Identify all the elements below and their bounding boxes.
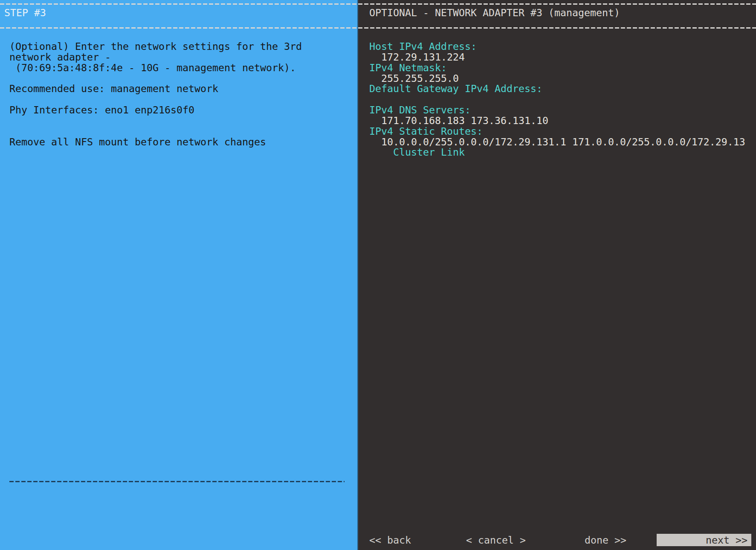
step-text-line: (Optional) Enter the network settings fo… (9, 41, 354, 52)
header-dashed-rule-top (0, 3, 357, 5)
step-text-line (9, 73, 354, 84)
step-panel-title: STEP #3 (4, 7, 46, 18)
step-text-line (9, 94, 354, 105)
done-button[interactable]: done >> (585, 534, 626, 546)
field-value[interactable]: 172.29.131.224 (369, 52, 756, 63)
network-fields: Host IPv4 Address: 172.29.131.224IPv4 Ne… (369, 41, 756, 158)
installer-console-screen: STEP #3 (Optional) Enter the network set… (0, 0, 756, 550)
field-value[interactable]: 171.70.168.183 173.36.131.10 (369, 116, 756, 126)
adapter-panel-title: OPTIONAL - NETWORK ADAPTER #3 (managemen… (369, 7, 620, 18)
cancel-button[interactable]: < cancel > (466, 534, 526, 546)
step-panel: STEP #3 (Optional) Enter the network set… (0, 0, 357, 550)
header-dashed-rule-bottom (0, 27, 357, 29)
field-label: Default Gateway IPv4 Address: (369, 84, 756, 94)
header-dashed-rule-bottom (358, 27, 756, 29)
field-option[interactable]: Cluster Link (369, 147, 756, 158)
step-text-line (9, 126, 354, 137)
field-spacer (369, 94, 756, 105)
field-value[interactable]: 255.255.255.0 (369, 73, 756, 84)
header-dashed-rule-top (358, 3, 756, 5)
next-button[interactable]: next >> (657, 534, 751, 546)
step-text-line: network adapter - (9, 52, 354, 63)
back-button[interactable]: << back (369, 534, 411, 546)
field-value[interactable]: 10.0.0.0/255.0.0.0/172.29.131.1 171.0.0.… (369, 137, 756, 148)
step-text-line: Phy Interfaces: eno1 enp216s0f0 (9, 105, 354, 116)
step-description: (Optional) Enter the network settings fo… (9, 41, 354, 147)
step-text-line (9, 116, 354, 126)
field-label: IPv4 Netmask: (369, 63, 756, 73)
step-text-line: Recommended use: management network (9, 84, 354, 94)
field-label: IPv4 DNS Servers: (369, 105, 756, 116)
field-label: Host IPv4 Address: (369, 41, 756, 52)
step-separator-dashed-line (9, 481, 345, 482)
adapter-panel: OPTIONAL - NETWORK ADAPTER #3 (managemen… (357, 0, 756, 550)
field-label: IPv4 Static Routes: (369, 126, 756, 137)
step-text-line: Remove all NFS mount before network chan… (9, 137, 354, 148)
step-text-line: (70:69:5a:48:8f:4e - 10G - management ne… (9, 63, 354, 73)
